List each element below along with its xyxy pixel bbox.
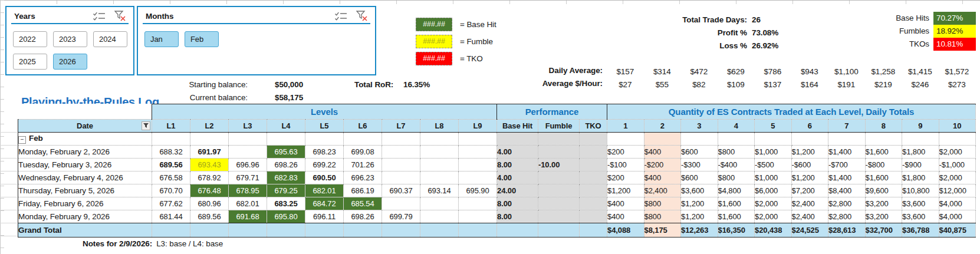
qty-cell[interactable]: $9,600: [865, 184, 902, 197]
level-cell[interactable]: [459, 171, 497, 184]
perf-cell[interactable]: [538, 171, 580, 184]
qty-cell[interactable]: $800: [718, 171, 755, 184]
qty-cell[interactable]: $800: [644, 197, 681, 210]
column-header-qty-2[interactable]: 2: [644, 120, 681, 133]
level-cell[interactable]: 701.26: [344, 159, 382, 171]
column-header-qty-4[interactable]: 4: [718, 120, 755, 133]
qty-cell[interactable]: [828, 133, 866, 146]
qty-cell[interactable]: $800: [718, 146, 755, 159]
level-cell[interactable]: [305, 133, 344, 146]
level-cell[interactable]: 691.97: [190, 146, 229, 159]
level-cell[interactable]: 699.22: [305, 159, 344, 171]
qty-cell[interactable]: -$300: [681, 159, 718, 171]
qty-cell[interactable]: -$400: [718, 159, 755, 171]
column-header-l5[interactable]: L5: [305, 120, 344, 133]
column-header-l6[interactable]: L6: [344, 120, 382, 133]
qty-cell[interactable]: $7,200: [791, 184, 828, 197]
qty-cell[interactable]: $1,000: [755, 171, 792, 184]
date-cell[interactable]: Thursday, February 5, 2026: [18, 184, 152, 197]
qty-cell[interactable]: -$600: [791, 159, 828, 171]
level-cell[interactable]: 681.44: [152, 210, 190, 223]
perf-cell[interactable]: -10.00: [538, 159, 580, 171]
qty-cell[interactable]: $1,200: [791, 146, 828, 159]
qty-cell[interactable]: $200: [607, 171, 644, 184]
qty-cell[interactable]: $2,400: [644, 184, 681, 197]
qty-cell[interactable]: $4,000: [939, 210, 976, 223]
qty-cell[interactable]: $1,600: [718, 210, 755, 223]
qty-cell[interactable]: $800: [644, 210, 681, 223]
qty-cell[interactable]: $1,200: [791, 171, 828, 184]
level-cell[interactable]: 685.54: [344, 197, 382, 210]
qty-cell[interactable]: $4,000: [939, 197, 976, 210]
qty-cell[interactable]: $3,200: [865, 210, 902, 223]
qty-cell[interactable]: $2,000: [755, 197, 792, 210]
qty-cell[interactable]: $6,000: [755, 184, 792, 197]
level-cell[interactable]: 699.08: [344, 146, 382, 159]
level-cell[interactable]: [420, 133, 459, 146]
qty-cell[interactable]: -$200: [644, 159, 681, 171]
perf-cell[interactable]: [580, 197, 607, 210]
level-cell[interactable]: 678.95: [229, 184, 267, 197]
level-cell[interactable]: [382, 159, 420, 171]
level-cell[interactable]: [229, 133, 267, 146]
column-header-date[interactable]: Date: [18, 120, 152, 133]
level-cell[interactable]: 695.80: [267, 210, 305, 223]
level-cell[interactable]: [459, 197, 497, 210]
qty-cell[interactable]: $1,200: [607, 184, 644, 197]
date-cell[interactable]: Monday, February 9, 2026: [18, 210, 152, 223]
qty-cell[interactable]: -$1,000: [939, 159, 976, 171]
qty-cell[interactable]: $2,800: [828, 210, 866, 223]
qty-cell[interactable]: $1,400: [828, 146, 866, 159]
qty-cell[interactable]: [681, 133, 718, 146]
level-cell[interactable]: [420, 210, 459, 223]
perf-cell[interactable]: [580, 133, 607, 146]
column-header-l9[interactable]: L9: [459, 120, 497, 133]
level-cell[interactable]: 693.14: [420, 184, 459, 197]
qty-cell[interactable]: $2,000: [755, 210, 792, 223]
perf-cell[interactable]: 4.00: [497, 146, 538, 159]
qty-cell[interactable]: $2,000: [939, 171, 976, 184]
qty-cell[interactable]: $8,400: [828, 184, 866, 197]
perf-cell[interactable]: [580, 171, 607, 184]
qty-cell[interactable]: -$700: [828, 159, 866, 171]
level-cell[interactable]: [382, 171, 420, 184]
level-cell[interactable]: 682.83: [267, 171, 305, 184]
qty-cell[interactable]: $1,600: [865, 146, 902, 159]
clear-filter-icon[interactable]: [114, 11, 126, 21]
column-header-tko[interactable]: TKO: [580, 120, 607, 133]
perf-cell[interactable]: 8.00: [497, 197, 538, 210]
column-header-l1[interactable]: L1: [152, 120, 190, 133]
date-cell[interactable]: Tuesday, February 3, 2026: [18, 159, 152, 171]
perf-cell[interactable]: [538, 146, 580, 159]
level-cell[interactable]: 678.92: [190, 171, 229, 184]
qty-cell[interactable]: $2,000: [939, 146, 976, 159]
perf-cell[interactable]: 24.00: [497, 184, 538, 197]
qty-cell[interactable]: $400: [644, 146, 681, 159]
qty-cell[interactable]: [902, 133, 939, 146]
level-cell[interactable]: [229, 146, 267, 159]
level-cell[interactable]: [190, 133, 229, 146]
qty-cell[interactable]: $1,600: [718, 197, 755, 210]
level-cell[interactable]: 696.96: [229, 159, 267, 171]
level-cell[interactable]: 688.32: [152, 146, 190, 159]
column-header-qty-1[interactable]: 1: [607, 120, 644, 133]
level-cell[interactable]: 677.62: [152, 197, 190, 210]
level-cell[interactable]: 695.90: [459, 184, 497, 197]
column-header-base-hit[interactable]: Base Hit: [497, 120, 538, 133]
qty-cell[interactable]: $400: [607, 210, 644, 223]
qty-cell[interactable]: $3,600: [681, 184, 718, 197]
perf-cell[interactable]: [538, 184, 580, 197]
level-cell[interactable]: 696.23: [344, 171, 382, 184]
perf-cell[interactable]: 8.00: [497, 159, 538, 171]
qty-cell[interactable]: $600: [681, 171, 718, 184]
level-cell[interactable]: 698.23: [305, 146, 344, 159]
qty-cell[interactable]: -$900: [902, 159, 939, 171]
qty-cell[interactable]: $2,400: [791, 197, 828, 210]
qty-cell[interactable]: [791, 133, 828, 146]
column-header-qty-8[interactable]: 8: [865, 120, 902, 133]
qty-cell[interactable]: $200: [607, 146, 644, 159]
date-cell[interactable]: Wednesday, February 4, 2026: [18, 171, 152, 184]
qty-cell[interactable]: $4,800: [718, 184, 755, 197]
qty-cell[interactable]: [607, 133, 644, 146]
slicer-button-2026[interactable]: 2026: [53, 54, 87, 70]
